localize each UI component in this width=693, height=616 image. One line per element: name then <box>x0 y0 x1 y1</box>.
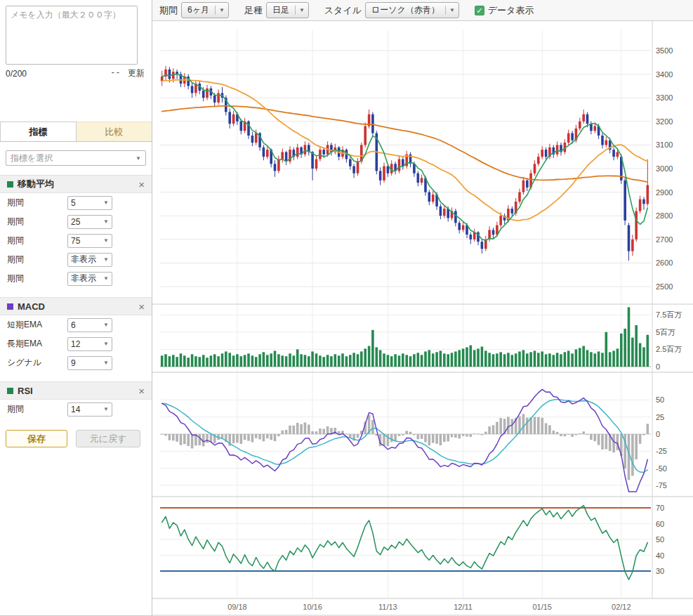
chevron-down-icon: ▼ <box>103 256 109 263</box>
chevron-down-icon: ▼ <box>103 322 109 328</box>
ma-period-3-select[interactable]: 75 ▼ <box>67 234 112 248</box>
chevron-down-icon: ▼ <box>103 406 109 412</box>
svg-text:12/11: 12/11 <box>454 603 473 611</box>
svg-text:3100: 3100 <box>656 140 673 149</box>
check-icon: ✓ <box>476 6 482 15</box>
chevron-down-icon: ▼ <box>103 218 109 225</box>
section-rsi: RSI × 期間 14 ▼ <box>0 381 152 419</box>
bar-type-select[interactable]: 日足 ▼ <box>266 2 309 18</box>
rsi-period-select[interactable]: 14 ▼ <box>67 402 112 417</box>
svg-text:01/15: 01/15 <box>532 603 552 611</box>
ma-period-row-5: 期間 非表示 ▼ <box>0 269 152 288</box>
data-display-checkbox[interactable]: ✓ <box>475 6 484 15</box>
ma-period-5-select[interactable]: 非表示 ▼ <box>67 272 112 286</box>
row-label: 期間 <box>7 273 67 284</box>
memo-counter: 0/200 <box>6 69 27 79</box>
section-moving-average: 移動平均 × 期間 5 ▼ 期間 25 ▼ 期間 75 <box>0 175 152 288</box>
macd-signal-select[interactable]: 9 ▼ <box>67 356 112 370</box>
close-icon[interactable]: × <box>138 179 145 190</box>
row-value: 6 <box>71 320 76 330</box>
tab-compare[interactable]: 比較 <box>77 122 152 141</box>
stock-chart-app: 0/200 - - 更新 指標 比較 指標を選択 ▼ 移動平均 × 期間 <box>0 0 693 616</box>
chevron-down-icon: ▼ <box>103 199 109 206</box>
macd-slow-row: 長期EMA 12 ▼ <box>0 334 152 353</box>
macd-signal-row: シグナル 9 ▼ <box>0 353 152 372</box>
chevron-down-icon: ▼ <box>445 6 458 15</box>
ma-period-4-select[interactable]: 非表示 ▼ <box>67 253 112 267</box>
row-label: 期間 <box>7 197 67 209</box>
svg-text:2700: 2700 <box>656 235 673 244</box>
section-title: 移動平均 <box>18 178 54 190</box>
style-value: ローソク（赤青） <box>366 3 445 18</box>
memo-update-label: 更新 <box>128 67 145 79</box>
reset-button[interactable]: 元に戻す <box>76 430 140 447</box>
indicator-select[interactable]: 指標を選択 ▼ <box>6 150 146 166</box>
svg-text:2800: 2800 <box>656 211 673 220</box>
svg-text:7.5百万: 7.5百万 <box>656 310 682 319</box>
chevron-down-icon: ▼ <box>215 6 228 15</box>
stock-chart[interactable]: 3500340033003200310030002900280027002600… <box>152 21 693 616</box>
svg-text:0: 0 <box>656 362 660 371</box>
row-label: 期間 <box>7 403 67 415</box>
chevron-down-icon: ▼ <box>103 237 109 244</box>
row-label: 期間 <box>7 235 67 247</box>
svg-text:25: 25 <box>656 413 664 421</box>
indicator-color-swatch <box>7 388 13 394</box>
section-header: 移動平均 × <box>0 176 152 193</box>
svg-text:60: 60 <box>656 520 664 528</box>
row-value: 14 <box>71 405 80 414</box>
svg-text:2900: 2900 <box>656 188 673 197</box>
indicator-select-placeholder: 指標を選択 <box>11 152 53 164</box>
style-label: スタイル <box>324 4 362 17</box>
svg-text:5百万: 5百万 <box>656 328 675 336</box>
svg-text:3000: 3000 <box>656 164 673 173</box>
ma-period-row-1: 期間 5 ▼ <box>0 193 152 212</box>
ma-period-1-select[interactable]: 5 ▼ <box>67 196 112 210</box>
svg-text:09/18: 09/18 <box>227 603 247 611</box>
row-value: 非表示 <box>71 273 96 284</box>
row-value: 12 <box>71 339 80 349</box>
rsi-period-row: 期間 14 ▼ <box>0 400 152 419</box>
svg-text:3300: 3300 <box>656 93 673 102</box>
close-icon[interactable]: × <box>138 301 145 312</box>
svg-text:2.5百万: 2.5百万 <box>656 345 682 353</box>
row-label: 短期EMA <box>7 319 67 331</box>
chart-region: 期間 6ヶ月 ▼ 足種 日足 ▼ スタイル ローソク（赤青） ▼ <box>152 0 693 615</box>
chevron-down-icon: ▼ <box>136 155 141 162</box>
section-macd: MACD × 短期EMA 6 ▼ 長期EMA 12 ▼ シグナル <box>0 297 152 372</box>
svg-text:70: 70 <box>656 504 664 512</box>
indicator-color-swatch <box>7 181 13 188</box>
svg-text:-25: -25 <box>656 447 667 455</box>
ma-period-2-select[interactable]: 25 ▼ <box>67 215 112 229</box>
svg-text:10/16: 10/16 <box>303 603 322 611</box>
style-select[interactable]: ローソク（赤青） ▼ <box>365 2 459 18</box>
section-header: RSI × <box>0 382 152 400</box>
data-display-label: データ表示 <box>488 4 534 17</box>
svg-text:3400: 3400 <box>656 70 673 79</box>
chevron-down-icon: ▼ <box>103 360 109 366</box>
ma-period-row-2: 期間 25 ▼ <box>0 212 152 231</box>
svg-text:30: 30 <box>656 567 664 575</box>
tab-indicators[interactable]: 指標 <box>0 122 77 141</box>
svg-text:3200: 3200 <box>656 117 673 126</box>
period-select[interactable]: 6ヶ月 ▼ <box>181 2 229 18</box>
chevron-down-icon: ▼ <box>103 341 109 347</box>
chevron-down-icon: ▼ <box>103 275 109 282</box>
svg-text:-50: -50 <box>656 464 667 473</box>
sidebar: 0/200 - - 更新 指標 比較 指標を選択 ▼ 移動平均 × 期間 <box>0 0 152 615</box>
sidebar-tabs: 指標 比較 <box>0 122 152 142</box>
svg-text:02/12: 02/12 <box>612 603 631 611</box>
macd-fast-select[interactable]: 6 ▼ <box>67 318 112 332</box>
ma-period-row-4: 期間 非表示 ▼ <box>0 250 152 269</box>
row-value: 9 <box>71 358 76 368</box>
macd-fast-row: 短期EMA 6 ▼ <box>0 315 152 334</box>
close-icon[interactable]: × <box>138 386 145 396</box>
chevron-down-icon: ▼ <box>295 6 308 15</box>
row-label: 期間 <box>7 216 67 228</box>
svg-text:50: 50 <box>656 535 664 544</box>
save-button[interactable]: 保存 <box>6 430 67 447</box>
chart-svg: 3500340033003200310030002900280027002600… <box>152 21 693 616</box>
memo-input[interactable] <box>6 6 138 65</box>
row-value: 75 <box>71 236 80 246</box>
macd-slow-select[interactable]: 12 ▼ <box>67 337 112 351</box>
